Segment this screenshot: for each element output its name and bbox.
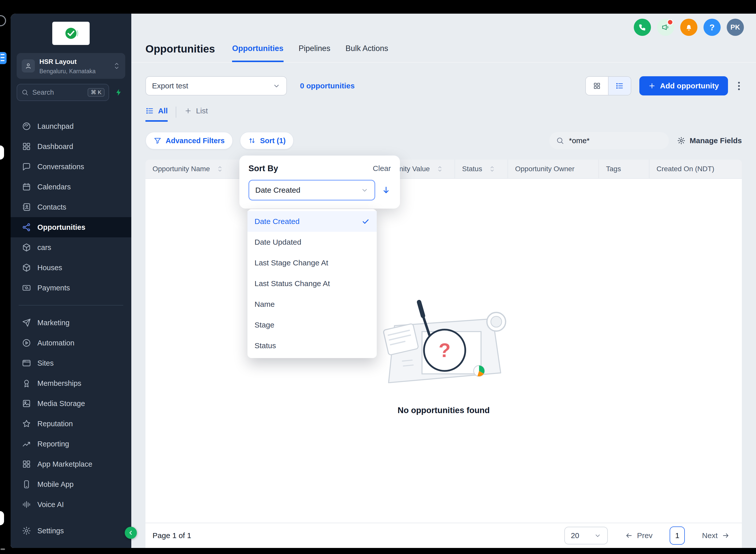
sidebar-item-label: Contacts <box>37 203 66 212</box>
sidebar-item-label: Memberships <box>37 379 81 388</box>
sidebar-item-settings[interactable]: Settings <box>17 521 125 541</box>
sidebar-item-reputation[interactable]: Reputation <box>17 413 125 434</box>
column-header-created-on[interactable]: Created On (NDT) <box>649 160 742 178</box>
sort-field-select[interactable]: Date Created <box>248 180 375 201</box>
sort-by-popup: Sort By Clear Date Created Date Created <box>239 156 400 209</box>
sort-direction-button[interactable] <box>381 185 391 195</box>
svg-text:?: ? <box>439 339 451 361</box>
tab-bulk-actions[interactable]: Bulk Actions <box>345 44 388 62</box>
phone-icon <box>638 23 647 32</box>
next-page-button[interactable]: Next <box>697 528 735 543</box>
sort-option-stage[interactable]: Stage <box>247 315 377 335</box>
column-header-tags[interactable]: Tags <box>598 160 649 178</box>
more-options-button[interactable] <box>736 80 742 92</box>
phone-button[interactable] <box>634 19 651 36</box>
sidebar-item-media-storage[interactable]: Media Storage <box>17 393 125 413</box>
sidebar-search-input[interactable]: Search ⌘ K <box>17 84 109 101</box>
list-view-toggle[interactable] <box>608 77 631 95</box>
sort-clear-button[interactable]: Clear <box>373 164 391 173</box>
add-opportunity-button[interactable]: Add opportunity <box>639 76 728 96</box>
advanced-filters-button[interactable]: Advanced Filters <box>146 132 233 150</box>
opportunity-count-link[interactable]: 0 opportunities <box>300 81 355 90</box>
page-number-button[interactable]: 1 <box>670 527 685 545</box>
sort-option-name[interactable]: Name <box>247 294 377 315</box>
sidebar-item-conversations[interactable]: Conversations <box>17 157 125 177</box>
card-view-toggle[interactable] <box>586 77 608 95</box>
chevron-down-icon <box>594 532 601 539</box>
help-button[interactable]: ? <box>703 19 721 36</box>
column-header-status[interactable]: Status <box>455 160 508 178</box>
sidebar-item-dashboard[interactable]: Dashboard <box>17 136 125 157</box>
page-size-select[interactable]: 20 <box>564 527 608 544</box>
saved-view-select[interactable]: Export test <box>146 76 287 96</box>
sidebar-item-cars[interactable]: cars <box>17 237 125 258</box>
sidebar-item-label: Opportunities <box>37 223 85 232</box>
sidebar-divider <box>19 305 123 306</box>
sort-toggle-icon[interactable] <box>437 165 443 172</box>
prev-page-button[interactable]: Prev <box>620 528 658 543</box>
sort-option-date-updated[interactable]: Date Updated <box>247 232 377 253</box>
sidebar-item-payments[interactable]: Payments <box>17 278 125 298</box>
quick-actions-button[interactable] <box>112 85 125 100</box>
tab-pipelines[interactable]: Pipelines <box>299 44 331 62</box>
clipped-blue-widget <box>0 52 7 64</box>
sort-button[interactable]: Sort (1) <box>240 132 294 150</box>
sidebar-item-contacts[interactable]: Contacts <box>17 197 125 217</box>
voice-wave-icon <box>22 500 31 509</box>
notifications-button[interactable] <box>680 19 697 36</box>
sidebar-nav: Launchpad Dashboard Conversations Calend… <box>17 116 125 515</box>
sidebar-item-label: Marketing <box>37 318 69 327</box>
sidebar-collapse-button[interactable] <box>125 527 137 539</box>
chat-bubble-icon <box>22 162 31 171</box>
sidebar-item-mobile-app[interactable]: Mobile App <box>17 474 125 494</box>
manage-fields-button[interactable]: Manage Fields <box>677 136 742 145</box>
award-icon <box>22 379 31 388</box>
sidebar-item-opportunities[interactable]: Opportunities <box>11 217 131 237</box>
sidebar-item-label: Mobile App <box>37 480 74 489</box>
user-avatar[interactable]: PK <box>727 19 744 36</box>
sidebar-item-label: Settings <box>37 526 64 535</box>
add-list-button[interactable]: List <box>184 107 208 122</box>
sort-option-status[interactable]: Status <box>247 335 377 356</box>
sidebar-item-launchpad[interactable]: Launchpad <box>17 116 125 136</box>
main-area: ? PK Opportunities Opportunities Pipelin… <box>131 14 756 548</box>
sidebar-item-houses[interactable]: Houses <box>17 258 125 278</box>
sidebar-item-app-marketplace[interactable]: App Marketplace <box>17 454 125 474</box>
page-size-value: 20 <box>571 531 579 540</box>
sidebar-item-memberships[interactable]: Memberships <box>17 373 125 393</box>
sidebar-item-label: App Marketplace <box>37 459 93 468</box>
image-icon <box>22 399 31 408</box>
column-header-opportunity-owner[interactable]: Opportunity Owner <box>508 160 598 178</box>
chevron-down-icon <box>273 82 280 90</box>
dashboard-icon <box>22 142 31 151</box>
sidebar-item-label: cars <box>37 243 51 252</box>
header-tabs: Opportunities Pipelines Bulk Actions <box>232 44 388 62</box>
view-tab-all[interactable]: All <box>146 107 168 122</box>
table-search-input[interactable]: *ome* <box>549 132 669 149</box>
search-icon <box>556 136 564 145</box>
sort-arrows-icon <box>248 136 256 145</box>
sidebar-item-automation[interactable]: Automation <box>17 333 125 353</box>
sidebar-item-voice-ai[interactable]: Voice AI <box>17 494 125 515</box>
sidebar-item-sites[interactable]: Sites <box>17 353 125 373</box>
announcements-button[interactable] <box>657 19 674 36</box>
grid-icon <box>22 459 31 469</box>
play-circle-icon <box>22 338 31 348</box>
cube-icon <box>22 263 31 272</box>
saved-view-value: Export test <box>152 81 188 90</box>
check-icon <box>362 217 370 225</box>
table-search-value: *ome* <box>569 136 590 145</box>
sidebar-item-marketing[interactable]: Marketing <box>17 313 125 333</box>
sort-option-last-status-change[interactable]: Last Status Change At <box>247 273 377 294</box>
prev-label: Prev <box>637 531 653 540</box>
sidebar-item-calendars[interactable]: Calendars <box>17 177 125 197</box>
location-switcher[interactable]: HSR Layout Bengaluru, Karnataka <box>17 53 125 79</box>
sort-option-last-stage-change[interactable]: Last Stage Change At <box>247 253 377 273</box>
sort-option-date-created[interactable]: Date Created <box>247 211 377 232</box>
tab-opportunities[interactable]: Opportunities <box>232 44 283 62</box>
search-icon <box>21 89 29 96</box>
sort-toggle-icon[interactable] <box>217 165 223 172</box>
sidebar-item-reporting[interactable]: Reporting <box>17 434 125 454</box>
sort-toggle-icon[interactable] <box>489 165 495 172</box>
view-tab-label: All <box>158 107 168 115</box>
